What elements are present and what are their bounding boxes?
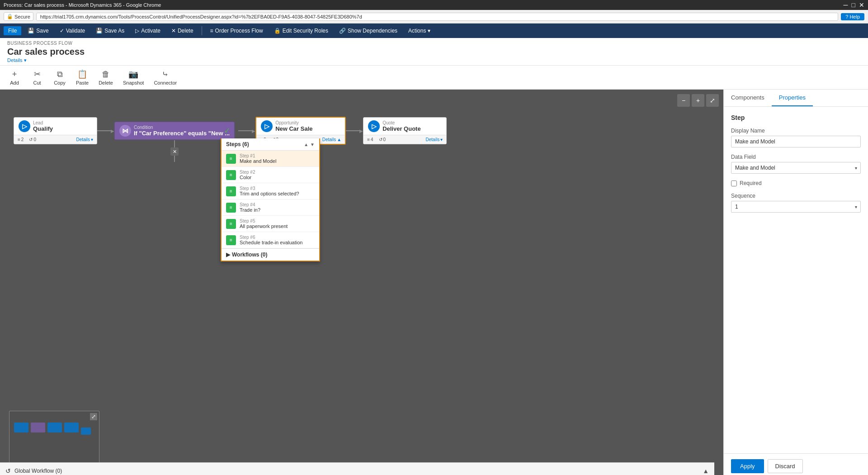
show-dependencies-button[interactable]: 🔗 Show Dependencies <box>335 26 402 35</box>
paste-icon: 📋 <box>77 69 87 79</box>
step-5-icon: ≡ <box>226 219 236 229</box>
save-as-icon: 💾 <box>96 28 103 34</box>
tab-properties[interactable]: Properties <box>772 90 813 106</box>
connector-2 <box>238 130 252 131</box>
sequence-label: Sequence <box>731 193 861 199</box>
quote-node-footer: ≡ 4 ↺ 0 Details ▾ <box>363 135 446 144</box>
quote-workflow-count: ↺ 0 <box>379 137 386 142</box>
lead-node-header: ▷ Lead Qualify <box>14 118 97 135</box>
tab-components[interactable]: Components <box>724 90 772 106</box>
quote-details-button[interactable]: Details ▾ <box>426 137 443 142</box>
minimize-icon[interactable]: ─ <box>844 1 848 9</box>
steps-panel: Steps (6) ▲ ▼ ≡ Step #1 Make and Model ≡ <box>221 138 320 261</box>
fullscreen-button[interactable]: ⤢ <box>706 94 719 107</box>
delete-button[interactable]: ✕ Delete <box>167 26 198 35</box>
snapshot-icon: 📷 <box>128 69 138 79</box>
condition-node-icon: ⋈ <box>119 125 131 137</box>
page-title: Car sales process <box>7 47 861 57</box>
step-item-6[interactable]: ≡ Step #6 Schedule trade-in evaluation <box>222 232 319 248</box>
step-item-2[interactable]: ≡ Step #2 Color <box>222 167 319 183</box>
save-as-button[interactable]: 💾 Save As <box>91 26 129 35</box>
step-2-icon: ≡ <box>226 170 236 180</box>
connector-button[interactable]: ⤷ Connector <box>149 67 181 87</box>
actions-button[interactable]: Actions ▾ <box>404 26 435 35</box>
step-item-5[interactable]: ≡ Step #5 All paperwork present <box>222 216 319 232</box>
close-condition-button[interactable]: ✕ <box>170 147 179 156</box>
step-item-4[interactable]: ≡ Step #4 Trade in? <box>222 200 319 216</box>
data-field-select-wrapper: Make and Model Color Trim ▾ <box>731 162 861 174</box>
help-button[interactable]: ? Help <box>841 13 864 20</box>
discard-button[interactable]: Discard <box>768 459 803 473</box>
add-button[interactable]: + Add <box>4 68 25 87</box>
edit-security-roles-button[interactable]: 🔒 Edit Security Roles <box>269 26 333 35</box>
quote-node-icon: ▷ <box>368 120 380 132</box>
validate-button[interactable]: ✓ Validate <box>55 26 90 35</box>
snapshot-button[interactable]: 📷 Snapshot <box>118 67 148 87</box>
apply-button[interactable]: Apply <box>731 459 764 473</box>
opportunity-node-info: Opportunity New Car Sale <box>275 120 312 132</box>
step-4-info: Step #4 Trade in? <box>240 202 260 213</box>
sequence-select[interactable]: 1 2 3 4 5 6 <box>731 201 861 213</box>
quote-node-name: Deliver Quote <box>382 125 421 132</box>
lead-details-button[interactable]: Details ▾ <box>76 137 93 142</box>
opportunity-node-type: Opportunity <box>275 120 312 125</box>
sequence-group: Sequence 1 2 3 4 5 6 ▾ <box>731 193 861 213</box>
required-checkbox[interactable] <box>731 180 737 186</box>
file-button[interactable]: File <box>4 26 21 35</box>
window-controls[interactable]: ─ □ ✕ <box>844 1 864 9</box>
delete-icon: ✕ <box>171 28 176 34</box>
cut-button[interactable]: ✂ Cut <box>26 67 48 87</box>
global-workflow-refresh-icon: ↺ <box>5 467 11 475</box>
url-bar[interactable]: https://trial1705.crm.dynamics.com/Tools… <box>36 13 838 21</box>
activate-button[interactable]: ▷ Activate <box>131 26 165 35</box>
quote-node-header: ▷ Quote Deliver Quote <box>363 118 446 135</box>
opportunity-details-button[interactable]: Details ▲ <box>322 137 341 142</box>
browser-title: Process: Car sales process - Microsoft D… <box>4 2 161 8</box>
required-label: Required <box>740 180 762 186</box>
paste-button[interactable]: 📋 Paste <box>71 67 93 87</box>
mini-node-4 <box>64 423 79 432</box>
global-workflow-collapse-button[interactable]: ▲ <box>703 467 709 475</box>
panel-content: Step Display Name Data Field Make and Mo… <box>724 107 868 453</box>
data-field-label: Data Field <box>731 154 861 160</box>
activate-icon: ▷ <box>135 28 139 34</box>
condition-node-name: If "Car Preference" equals "New ... <box>134 130 230 137</box>
zoom-in-button[interactable]: + <box>692 94 704 107</box>
delete-toolbar-button[interactable]: 🗑 Delete <box>94 68 118 87</box>
save-button[interactable]: 💾 Save <box>23 26 53 35</box>
security-icon: 🔒 <box>274 28 281 34</box>
arrow-1 <box>111 128 114 134</box>
canvas[interactable]: − + ⤢ ▷ Lead Qualify <box>0 90 723 475</box>
minimap-expand-button[interactable]: ⤢ <box>90 413 97 420</box>
quote-node-type: Quote <box>382 120 421 125</box>
quote-node[interactable]: ▷ Quote Deliver Quote ≡ 4 ↺ 0 <box>363 117 447 144</box>
opportunity-node-icon: ▷ <box>261 120 273 132</box>
condition-check-icon: ✓ <box>224 126 231 136</box>
close-icon[interactable]: ✕ <box>859 1 864 9</box>
details-link[interactable]: Details ▾ <box>7 57 27 63</box>
required-group: Required <box>731 180 861 186</box>
data-field-select[interactable]: Make and Model Color Trim <box>731 162 861 174</box>
condition-node-type: Condition <box>134 125 230 130</box>
cut-icon: ✂ <box>34 69 41 79</box>
step-3-info: Step #3 Trim and options selected? <box>240 186 299 196</box>
opportunity-node-name: New Car Sale <box>275 125 312 132</box>
lead-node[interactable]: ▷ Lead Qualify ≡ 2 ↺ 0 <box>14 117 97 144</box>
lead-node-footer: ≡ 2 ↺ 0 Details ▾ <box>14 135 97 144</box>
zoom-out-button[interactable]: − <box>677 94 690 107</box>
maximize-icon[interactable]: □ <box>852 1 855 9</box>
arrow-3 <box>359 128 363 134</box>
main-content: − + ⤢ ▷ Lead Qualify <box>0 90 868 475</box>
breadcrumb: BUSINESS PROCESS FLOW <box>7 41 861 46</box>
lead-details-chevron: ▾ <box>91 137 93 142</box>
display-name-input[interactable] <box>731 136 861 147</box>
order-process-flow-button[interactable]: ≡ Order Process Flow <box>206 26 268 35</box>
opp-details-chevron: ▲ <box>337 137 341 142</box>
actions-chevron-icon: ▾ <box>428 28 430 34</box>
page-header: BUSINESS PROCESS FLOW Car sales process … <box>0 38 868 66</box>
condition-node[interactable]: ⋈ Condition If "Car Preference" equals "… <box>114 122 235 140</box>
connector-3 <box>346 130 359 131</box>
copy-button[interactable]: ⧉ Copy <box>49 68 71 87</box>
step-item-1[interactable]: ≡ Step #1 Make and Model <box>222 151 319 167</box>
step-item-3[interactable]: ≡ Step #3 Trim and options selected? <box>222 183 319 200</box>
